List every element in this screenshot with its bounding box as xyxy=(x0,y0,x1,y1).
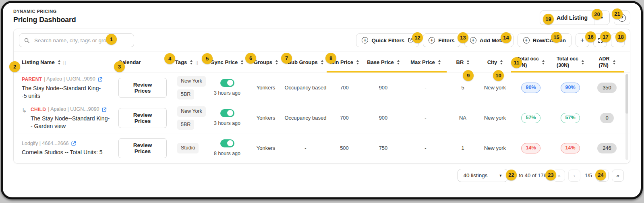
groups-cell: Yonkers xyxy=(247,84,284,91)
table-row: ↳ CHILD | Apaleo | UJGN...9090 The Stay … xyxy=(14,103,630,133)
quick-filters-label: Quick Filters xyxy=(371,37,404,44)
som-badge-9: 9 xyxy=(463,70,474,81)
page-size-select[interactable]: 40 listings ▼ xyxy=(458,169,508,182)
column-header-max-price[interactable]: Max Price xyxy=(404,52,447,72)
max-price-cell: - xyxy=(404,145,447,152)
tag-chip[interactable]: New York xyxy=(177,106,206,117)
tags-cell: New York 5BR xyxy=(167,106,207,130)
column-label: Tags xyxy=(175,59,187,65)
column-header-br[interactable]: BR xyxy=(447,52,479,72)
tag-chip[interactable]: 5BR xyxy=(177,120,194,130)
sort-icon[interactable] xyxy=(467,60,469,64)
city-cell: New york xyxy=(479,145,511,152)
sort-icon[interactable] xyxy=(397,60,400,64)
br-cell: NA xyxy=(447,114,479,122)
base-price-cell: 750 xyxy=(362,145,404,152)
column-header-adr-7n[interactable]: ADR(7N) xyxy=(590,52,624,72)
sort-icon[interactable] xyxy=(500,60,503,64)
sort-icon[interactable] xyxy=(58,60,60,64)
column-header-city[interactable]: City xyxy=(479,52,511,72)
listing-name[interactable]: Cornelia Studios -- Total Units: 5 xyxy=(22,149,103,156)
occ30-cell: 14% xyxy=(551,143,590,153)
review-prices-button[interactable]: Review Prices xyxy=(118,108,167,128)
drag-handle-icon[interactable]: || xyxy=(195,60,199,65)
sort-icon[interactable] xyxy=(241,60,243,64)
sort-icon[interactable] xyxy=(582,60,584,64)
som-badge-12: 12 xyxy=(412,32,423,43)
som-badge-14: 14 xyxy=(501,32,511,43)
external-link-icon[interactable] xyxy=(97,77,103,82)
column-label: Sub Groups xyxy=(288,59,317,65)
external-link-icon[interactable] xyxy=(101,107,107,112)
prev-page-button[interactable]: ‹ xyxy=(568,170,580,182)
som-badge-22: 22 xyxy=(506,170,517,180)
occ7-cell: 14% xyxy=(511,143,551,153)
sync-toggle-on[interactable] xyxy=(220,109,234,117)
last-page-button[interactable]: » xyxy=(612,170,624,182)
header-titles: DYNAMIC PRICING Pricing Dashboard xyxy=(13,9,76,24)
tag-chip[interactable]: New York xyxy=(177,76,206,87)
column-header-calendar[interactable]: Calendar xyxy=(118,52,167,72)
adr-badge: 0 xyxy=(600,113,613,123)
adr-badge: 246 xyxy=(597,143,617,153)
tag-chip[interactable]: 5BR xyxy=(177,89,194,100)
sort-icon[interactable] xyxy=(542,60,545,64)
sync-toggle-on[interactable] xyxy=(220,139,234,147)
listing-name[interactable]: The Stay Node--Standard King--5 units xyxy=(22,85,102,100)
som-badge-11: 11 xyxy=(511,57,522,68)
page-title: Pricing Dashboard xyxy=(13,16,76,24)
column-header-base-price[interactable]: Base Price xyxy=(362,52,404,72)
min-price-cell: 700 xyxy=(327,114,362,122)
filters-label: Filters xyxy=(438,37,455,44)
column-label: ADR(7N) xyxy=(598,56,609,68)
sort-icon[interactable] xyxy=(613,60,615,64)
calendar-cell: Review Prices xyxy=(118,138,167,158)
sort-icon[interactable] xyxy=(438,60,441,64)
table-row: PARENT | Apaleo | UJGN...9090 The Stay N… xyxy=(14,72,630,103)
circle-plus-icon: + xyxy=(362,37,368,44)
column-header-total-occ-30n[interactable]: Total occ(30N) xyxy=(551,52,590,72)
tags-cell: Studio xyxy=(167,143,207,153)
br-cell: 1 xyxy=(447,145,479,152)
result-range: 1 to 40 of 176 xyxy=(514,172,547,178)
som-badge-23: 23 xyxy=(545,170,556,180)
tag-chip[interactable]: Studio xyxy=(177,143,199,153)
column-label: Groups xyxy=(254,59,272,65)
sort-icon[interactable] xyxy=(275,60,278,64)
sort-icon[interactable] xyxy=(356,60,359,64)
quick-filters-button[interactable]: + Quick Filters xyxy=(356,33,419,47)
chevron-down-icon: ▼ xyxy=(499,174,502,178)
review-prices-button[interactable]: Review Prices xyxy=(118,78,167,98)
som-badge-5: 5 xyxy=(202,53,213,64)
review-prices-button[interactable]: Review Prices xyxy=(118,138,167,158)
calendar-cell: Review Prices xyxy=(118,78,167,98)
column-header-listing-name[interactable]: Listing Name || xyxy=(22,52,118,72)
occ7-cell: 57% xyxy=(511,113,551,123)
column-header-sync-price[interactable]: Sync Price xyxy=(207,52,247,72)
row-column-button[interactable]: + Row/Column xyxy=(518,33,572,47)
child-arrow-icon: ↳ xyxy=(22,106,27,114)
search-box[interactable] xyxy=(19,33,134,47)
sync-timestamp: 3 hours ago xyxy=(214,120,240,127)
adr-cell: 0 xyxy=(590,113,624,123)
sub-groups-cell: Occupancy based xyxy=(284,114,327,122)
groups-cell: Yonkers xyxy=(247,145,284,152)
sort-icon[interactable] xyxy=(190,60,193,64)
drag-handle-icon[interactable]: || xyxy=(63,60,66,65)
sync-toggle-on[interactable] xyxy=(220,79,234,87)
listing-cell: ↳ CHILD | Apaleo | UJGN...9090 The Stay … xyxy=(22,106,118,130)
sort-icon[interactable] xyxy=(321,60,323,64)
column-label: Base Price xyxy=(367,59,394,65)
app-window: DYNAMIC PRICING Pricing Dashboard + Add … xyxy=(1,1,643,199)
vertical-scrollbar[interactable] xyxy=(625,74,628,160)
external-link-icon[interactable] xyxy=(71,141,76,146)
listing-name[interactable]: The Stay Node--Standard King-- Garden vi… xyxy=(31,115,111,130)
filters-button[interactable]: + Filters xyxy=(423,33,460,47)
table-row: Lodgify | 4664...2666 Cornelia Studios -… xyxy=(14,133,630,163)
column-label: City xyxy=(487,59,497,65)
som-badge-8: 8 xyxy=(325,53,336,64)
som-badge-10: 10 xyxy=(493,70,504,81)
sync-timestamp: 8 hours ago xyxy=(214,150,240,157)
listing-source: | Apaleo | UJGN...9090 xyxy=(48,106,99,113)
sync-price-cell: 8 hours ago xyxy=(207,139,247,157)
